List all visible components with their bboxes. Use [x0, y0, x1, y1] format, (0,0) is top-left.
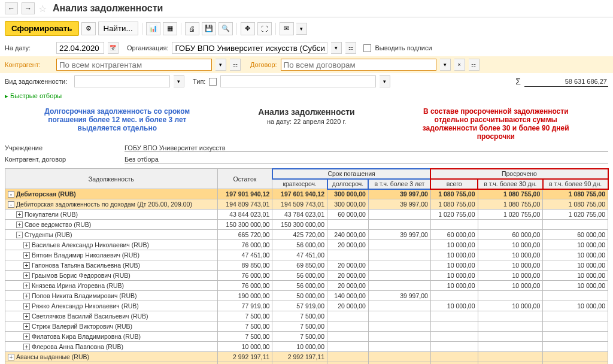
table-row[interactable]: +Покупатели (RUB)43 844 023,0143 784 023… [5, 210, 608, 220]
expander-icon[interactable]: - [8, 201, 14, 208]
expander-icon[interactable]: - [16, 232, 23, 238]
table-row[interactable]: +Светлячков Василий Васильевич (RUB)7 50… [5, 311, 608, 321]
row-over30: 10 000,00 [478, 250, 543, 260]
table-row[interactable]: -Дебиторская (RUB)197 901 940,12197 601 … [5, 189, 608, 199]
expander-icon[interactable]: + [23, 303, 30, 310]
row-over30: 1 080 755,00 [478, 199, 543, 210]
date-input[interactable] [56, 42, 104, 54]
row-over90: 1 080 755,00 [543, 199, 608, 210]
row-total: 10 000,00 [430, 240, 478, 250]
row-total: 60 000,00 [430, 230, 478, 240]
table-row[interactable]: +Свое ведомство (RUB)150 300 000,00150 3… [5, 220, 608, 230]
table-row[interactable]: -Студенты (RUB)665 720,00425 720,00240 0… [5, 230, 608, 240]
expander-icon[interactable]: + [23, 313, 30, 320]
table-row[interactable]: +Васильев Александр Николаевич (RUB)76 0… [5, 240, 608, 250]
contractor-meta-value: Без отбора [125, 156, 608, 163]
expander-icon[interactable]: + [23, 333, 30, 340]
org-dropdown[interactable]: ▾ [331, 42, 342, 54]
org-input[interactable] [172, 42, 327, 54]
find-button[interactable]: Найти... [98, 22, 138, 35]
contract-input[interactable] [281, 59, 436, 71]
org-select-icon[interactable]: ⚏ [345, 42, 356, 54]
row-short: 7 500,00 [272, 321, 327, 332]
row-short: 7 500,00 [272, 332, 327, 342]
debt-type-input[interactable] [74, 75, 170, 87]
expander-icon[interactable]: + [23, 252, 30, 259]
table-row[interactable]: +Филатова Кира Владимировна (RUB)7 500,0… [5, 332, 608, 342]
row-long: 240 000,00 [327, 230, 369, 240]
expander-icon[interactable]: + [23, 323, 30, 330]
expander-icon[interactable]: + [23, 272, 30, 279]
back-button[interactable]: ← [5, 2, 18, 14]
move-icon[interactable]: ✥ [241, 22, 255, 35]
forward-button[interactable]: → [22, 2, 35, 14]
row-over3 [368, 240, 430, 250]
contractor-input[interactable] [56, 59, 212, 71]
table-row[interactable]: +Князева Ирина Игоревна (RUB)76 000,0056… [5, 281, 608, 291]
expander-icon[interactable]: + [16, 222, 23, 228]
row-name: +Попов Никита Владимирович (RUB) [5, 291, 218, 301]
type-input[interactable] [220, 75, 376, 87]
table-row[interactable]: -Дебиторская задолженность по доходам (Д… [5, 199, 608, 210]
col-over30: в т.ч. более 30 дн. [478, 179, 543, 189]
row-total: 10 000,00 [430, 301, 478, 311]
row-over30 [478, 342, 543, 352]
debt-table: Задолженность Остаток Срок погашения Про… [5, 168, 608, 364]
row-total [430, 362, 478, 365]
expander-icon[interactable]: + [23, 344, 30, 350]
type-label: Тип: [193, 78, 205, 85]
table-icon[interactable]: ▦ [163, 22, 177, 35]
type-dropdown[interactable]: ▾ [380, 75, 390, 87]
star-icon[interactable]: ☆ [38, 3, 47, 14]
separator [236, 23, 237, 35]
contract-select-icon[interactable]: ⚏ [469, 59, 480, 71]
print-icon[interactable]: 🖨 [185, 22, 199, 35]
row-long [327, 220, 369, 230]
table-row[interactable]: +Авансы выданные (RUB)2 992 197,112 992 … [5, 352, 608, 362]
row-short: 7 500,00 [272, 311, 327, 321]
expander-icon[interactable]: + [8, 354, 14, 360]
separator [275, 23, 276, 35]
expander-icon[interactable]: + [23, 293, 30, 299]
expand-icon[interactable]: ⛶ [257, 22, 272, 35]
quick-filters-link[interactable]: Быстрые отборы [0, 90, 613, 102]
contractor-select-icon[interactable]: ⚏ [230, 59, 241, 71]
row-over90 [543, 342, 608, 352]
form-button[interactable]: Сформировать [5, 21, 79, 36]
table-row[interactable]: +Флерова Анна Павловна (RUB)10 000,0010 … [5, 342, 608, 352]
expander-icon[interactable]: - [8, 191, 14, 198]
row-total [430, 321, 478, 332]
row-balance: 43 844 023,01 [217, 210, 272, 220]
expander-icon[interactable]: + [16, 211, 23, 218]
contract-clear-icon[interactable]: × [454, 59, 465, 71]
save-icon[interactable]: 💾 [202, 22, 216, 35]
row-balance: 100 000,00 [217, 362, 272, 365]
expander-icon[interactable]: + [23, 242, 30, 248]
table-row[interactable]: +Ряжко Александр Николаевич (RUB)77 919,… [5, 301, 608, 311]
row-long: 20 000,00 [327, 281, 369, 291]
mail-icon[interactable]: ✉ [280, 22, 294, 35]
table-row[interactable]: +Граымов Борис Федорович (RUB)76 000,005… [5, 271, 608, 281]
row-over3: 39 997,00 [368, 189, 430, 199]
zoom-icon[interactable]: 🔍 [219, 22, 233, 35]
chart-icon[interactable]: 📊 [146, 22, 160, 35]
debt-type-dropdown[interactable]: ▾ [174, 75, 184, 87]
table-row[interactable]: +Стриж Валерий Викторович (RUB)7 500,007… [5, 321, 608, 332]
row-over90 [543, 321, 608, 332]
expander-icon[interactable]: + [23, 262, 30, 269]
calendar-icon[interactable]: 📅 [108, 42, 119, 54]
table-row[interactable]: +Гапонова Татьяна Васильевна (RUB)89 850… [5, 260, 608, 271]
expander-icon[interactable]: + [23, 283, 30, 289]
row-long: 20 000,00 [327, 301, 369, 311]
contract-dropdown[interactable]: ▾ [440, 59, 451, 71]
org-label: Организация: [127, 44, 168, 51]
sign-checkbox[interactable] [363, 44, 371, 52]
table-row[interactable]: +Вяткин Владимир Николаевич (RUB)47 451,… [5, 250, 608, 260]
type-checkbox[interactable] [209, 78, 217, 86]
mail-dropdown[interactable]: ▾ [296, 23, 307, 35]
settings-icon[interactable]: ⚙ [81, 22, 96, 35]
table-row[interactable]: Кредиты, займы, ссуды выданные (207.00)1… [5, 362, 608, 365]
row-over30 [478, 352, 543, 362]
contractor-dropdown[interactable]: ▾ [216, 59, 226, 71]
table-row[interactable]: +Попов Никита Владимирович (RUB)190 000,… [5, 291, 608, 301]
